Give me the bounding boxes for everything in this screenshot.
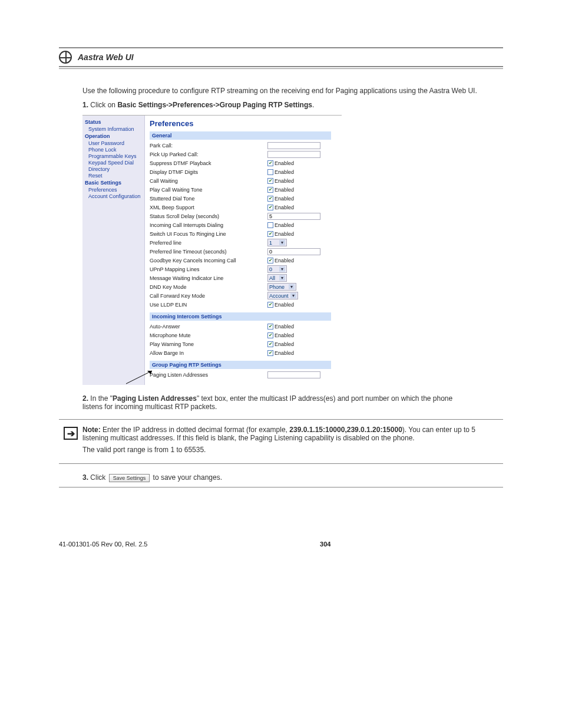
step1-pre: Click on [90, 101, 117, 109]
select-pref-line[interactable]: 1▾ [267, 239, 287, 246]
input-pick-up[interactable] [267, 151, 320, 158]
globe-icon [59, 51, 72, 64]
chevron-down-icon: ▾ [290, 293, 296, 298]
intro-line: Use the following procedure to configure… [82, 87, 503, 95]
checkbox-call-waiting[interactable] [267, 178, 273, 184]
checkbox-mic-mute[interactable] [267, 332, 273, 338]
label-pick-up: Pick Up Parked Call: [150, 151, 267, 157]
sidebar-item-phone-lock[interactable]: Phone Lock [88, 147, 142, 153]
select-dnd-mode[interactable]: Phone▾ [267, 283, 296, 291]
step3-post: to save your changes. [151, 473, 222, 482]
label-barge-in: Allow Barge In [150, 350, 267, 356]
checkbox-incoming-interrupts[interactable] [267, 222, 273, 228]
step2-block: 2. In the "Paging Listen Addresses" text… [82, 394, 454, 411]
label-call-waiting: Call Waiting [150, 178, 267, 184]
step2-pre: In the " [90, 394, 113, 403]
section-paging: Group Paging RTP Settings [150, 361, 331, 369]
checkbox-suppress-dtmf[interactable] [267, 160, 273, 166]
label-pref-line: Preferred line [150, 240, 267, 246]
checkbox-goodbye-key[interactable] [267, 258, 273, 263]
sidebar-item-keypad-speed-dial[interactable]: Keypad Speed Dial [88, 160, 142, 166]
label-switch-ui: Switch UI Focus To Ringing Line [150, 231, 267, 237]
label-pref-line-timeout: Preferred line Timeout (seconds) [150, 249, 267, 255]
checkbox-lldp[interactable] [267, 302, 273, 308]
checkbox-xml-beep[interactable] [267, 205, 273, 210]
chevron-down-icon: ▾ [279, 240, 285, 245]
sidebar-heading-operation: Operation [85, 133, 142, 139]
step2-field: Paging Listen Addresses [113, 394, 197, 403]
footer-left: 41-001301-05 Rev 00, Rel. 2.5 [59, 541, 147, 548]
label-display-dtmf: Display DTMF Digits [150, 169, 267, 175]
sidebar-item-system-info[interactable]: System Information [88, 126, 142, 132]
checkbox-stuttered[interactable] [267, 196, 273, 202]
sidebar: Status System Information Operation User… [82, 116, 145, 385]
checkbox-switch-ui[interactable] [267, 231, 273, 237]
sidebar-item-programmable-keys[interactable]: Programmable Keys [88, 153, 142, 159]
label-play-cw-tone: Play Call Waiting Tone [150, 187, 267, 193]
section-intercom: Incoming Intercom Settings [150, 312, 331, 321]
label-play-warning: Play Warning Tone [150, 341, 267, 347]
label-stuttered: Stuttered Dial Tone [150, 196, 267, 202]
header-title: Aastra Web UI [78, 52, 134, 62]
save-settings-button[interactable]: Save Settings [109, 474, 150, 482]
step1-post: . [312, 101, 314, 109]
webui-screenshot: Status System Information Operation User… [82, 115, 503, 385]
checkbox-display-dtmf[interactable] [267, 169, 273, 175]
label-dnd-mode: DND Key Mode [150, 284, 267, 290]
label-cfwd-mode: Call Forward Key Mode [150, 293, 267, 299]
note-arrow-icon: ➔ [64, 427, 78, 440]
checkbox-play-cw-tone[interactable] [267, 187, 273, 193]
chevron-down-icon: ▾ [279, 266, 285, 272]
step1-path: Basic Settings->Preferences->Group Pagin… [117, 101, 312, 109]
footer-page-number: 304 [320, 541, 330, 548]
intro-block: Use the following procedure to configure… [82, 87, 503, 109]
label-incoming-interrupts: Incoming Call Interrupts Dialing [150, 222, 267, 228]
label-xml-beep: XML Beep Support [150, 205, 267, 210]
label-goodbye-key: Goodbye Key Cancels Incoming Call [150, 258, 267, 263]
label-paging-addr: Paging Listen Addresses [150, 372, 267, 378]
label-mic-mute: Microphone Mute [150, 332, 267, 338]
label-park-call: Park Call: [150, 143, 267, 149]
note-block: ➔ Note: Enter the IP address in dotted d… [59, 419, 503, 464]
header-band: Aastra Web UI [59, 47, 503, 67]
step2-number: 2. [82, 394, 88, 403]
label-upnp: UPnP Mapping Lines [150, 266, 267, 272]
sidebar-heading-basic-settings: Basic Settings [85, 180, 142, 186]
select-upnp[interactable]: 0▾ [267, 265, 287, 273]
sidebar-item-preferences[interactable]: Preferences [88, 187, 142, 193]
note-label: Note: [82, 426, 101, 434]
section-general: General [150, 131, 331, 140]
label-auto-answer: Auto-Answer [150, 324, 267, 330]
step3-block: 3. Click Save Settings to save your chan… [82, 473, 454, 482]
label-mwi: Message Waiting Indicator Line [150, 275, 267, 281]
sidebar-heading-status: Status [85, 119, 142, 125]
step3-pre: Click [90, 473, 107, 482]
checkbox-play-warning[interactable] [267, 341, 273, 347]
input-park-call[interactable] [267, 142, 320, 149]
select-mwi[interactable]: All▾ [267, 274, 287, 282]
input-pref-line-timeout[interactable] [267, 248, 320, 255]
label-status-scroll: Status Scroll Delay (seconds) [150, 213, 267, 219]
chevron-down-icon: ▾ [279, 275, 285, 281]
select-cfwd-mode[interactable]: Account▾ [267, 292, 298, 299]
step3-number: 3. [82, 473, 88, 482]
sidebar-item-user-password[interactable]: User Password [88, 140, 142, 146]
page-title: Preferences [150, 119, 337, 128]
chevron-down-icon: ▾ [289, 284, 295, 289]
note-body2: The valid port range is from 1 to 65535. [82, 446, 503, 454]
step1-number: 1. [82, 101, 88, 109]
checkbox-auto-answer[interactable] [267, 324, 273, 330]
sidebar-item-account-config[interactable]: Account Configuration [88, 193, 142, 199]
label-lldp: Use LLDP ELIN [150, 302, 267, 308]
note-body1-pre: Enter the IP address in dotted decimal f… [103, 426, 289, 434]
input-paging-addr[interactable] [267, 371, 320, 378]
label-suppress-dtmf: Suppress DTMF Playback [150, 160, 267, 166]
checkbox-barge-in[interactable] [267, 350, 273, 356]
footer: 41-001301-05 Rev 00, Rel. 2.5 304 [59, 541, 503, 548]
main-pane: Preferences General Park Call: Pick Up P… [145, 116, 342, 385]
input-status-scroll[interactable] [267, 213, 320, 220]
sidebar-item-directory[interactable]: Directory [88, 166, 142, 172]
note-body1-example: 239.0.1.15:10000,239.0.1.20:15000 [289, 426, 402, 434]
sidebar-item-reset[interactable]: Reset [88, 173, 142, 179]
